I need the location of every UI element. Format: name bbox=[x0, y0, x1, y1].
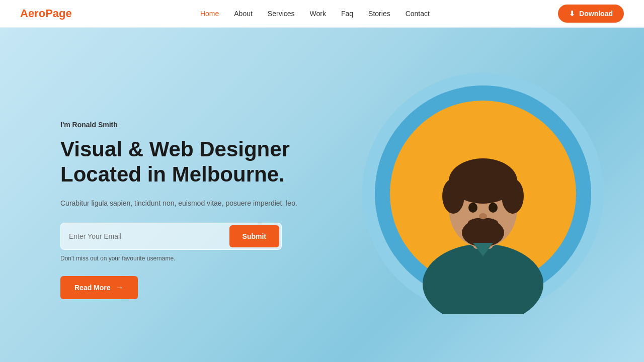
email-form: Submit bbox=[60, 223, 282, 250]
circles-decoration bbox=[362, 73, 604, 314]
hero-description: Curabitur ligula sapien, tincidunt non, … bbox=[60, 198, 342, 209]
svg-point-6 bbox=[442, 178, 464, 214]
navbar: AeroPage Home About Services Work Faq St… bbox=[0, 0, 644, 28]
arrow-icon bbox=[116, 283, 124, 292]
download-button[interactable]: ⬇ Download bbox=[558, 5, 624, 23]
download-icon: ⬇ bbox=[569, 10, 575, 18]
nav-link-home[interactable]: Home bbox=[200, 10, 219, 18]
nav-item-work[interactable]: Work bbox=[310, 9, 326, 18]
nav-item-stories[interactable]: Stories bbox=[368, 9, 390, 18]
form-hint: Don't miss out on your favourite usernam… bbox=[60, 255, 342, 262]
nav-item-contact[interactable]: Contact bbox=[406, 9, 430, 18]
hero-section: I'm Ronald Smith Visual & Web Designer L… bbox=[0, 28, 644, 362]
nav-item-faq[interactable]: Faq bbox=[341, 9, 353, 18]
logo-prefix: Aero bbox=[20, 7, 45, 20]
nav-link-faq[interactable]: Faq bbox=[341, 10, 353, 18]
nav-item-services[interactable]: Services bbox=[268, 9, 295, 18]
svg-point-9 bbox=[489, 203, 498, 213]
logo: AeroPage bbox=[20, 7, 72, 20]
read-more-label: Read More bbox=[74, 284, 111, 292]
hero-content: I'm Ronald Smith Visual & Web Designer L… bbox=[60, 121, 342, 299]
person-figure bbox=[405, 83, 561, 314]
svg-point-8 bbox=[468, 203, 477, 213]
nav-link-about[interactable]: About bbox=[234, 10, 253, 18]
svg-point-7 bbox=[502, 178, 524, 214]
svg-point-12 bbox=[479, 213, 487, 219]
nav-item-home[interactable]: Home bbox=[200, 9, 219, 18]
hero-image-area bbox=[352, 43, 614, 344]
nav-link-work[interactable]: Work bbox=[310, 10, 326, 18]
nav-links: Home About Services Work Faq Stories Con… bbox=[200, 9, 430, 18]
nav-link-services[interactable]: Services bbox=[268, 10, 295, 18]
nav-link-stories[interactable]: Stories bbox=[368, 10, 390, 18]
submit-button[interactable]: Submit bbox=[229, 225, 279, 247]
read-more-button[interactable]: Read More bbox=[60, 276, 138, 299]
hero-title: Visual & Web Designer Located in Melbour… bbox=[60, 137, 342, 188]
hero-subtitle: I'm Ronald Smith bbox=[60, 121, 342, 129]
download-label: Download bbox=[579, 10, 613, 18]
logo-suffix: Page bbox=[45, 7, 72, 20]
nav-link-contact[interactable]: Contact bbox=[406, 10, 430, 18]
email-input[interactable] bbox=[61, 225, 227, 247]
nav-item-about[interactable]: About bbox=[234, 9, 253, 18]
